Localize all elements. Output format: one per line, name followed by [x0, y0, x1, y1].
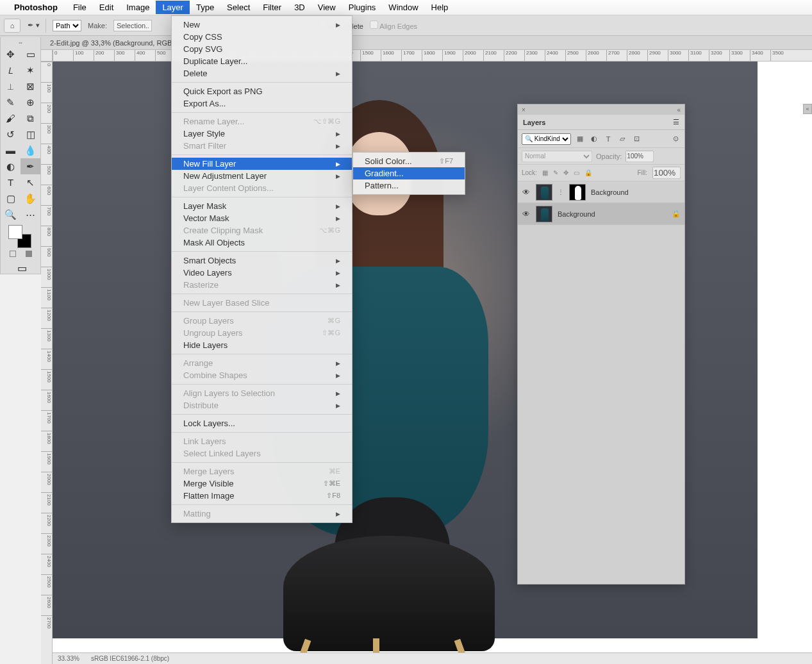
eyedropper-tool[interactable]: ✎: [1, 94, 21, 110]
lock-all-icon[interactable]: 🔒: [584, 169, 592, 176]
fill-input[interactable]: [652, 167, 681, 179]
menu-3d[interactable]: 3D: [288, 1, 311, 14]
menu-layer[interactable]: Layer: [156, 1, 190, 14]
menu-item-copy-css[interactable]: Copy CSS: [172, 31, 352, 43]
layer-thumbnail[interactable]: [536, 206, 552, 222]
visibility-icon[interactable]: 👁: [522, 210, 531, 219]
menu-image[interactable]: Image: [120, 1, 156, 14]
panel-close-icon[interactable]: ×: [522, 106, 526, 113]
menu-item-layer-mask[interactable]: Layer Mask: [172, 200, 352, 212]
ruler-vertical[interactable]: 0100200300400500600700800900100011001200…: [41, 62, 53, 664]
document-canvas[interactable]: [53, 62, 812, 652]
stamp-tool[interactable]: ⧉: [21, 110, 40, 126]
layer-row[interactable]: 👁 Background 🔒: [518, 203, 684, 225]
filter-adjust-icon[interactable]: ◐: [589, 134, 599, 144]
pen-tool[interactable]: ✒: [21, 158, 40, 174]
menu-item-delete[interactable]: Delete: [172, 67, 352, 79]
foreground-color[interactable]: [8, 225, 22, 239]
frame-tool[interactable]: ⊠: [21, 78, 40, 94]
wand-tool[interactable]: ✶: [21, 62, 40, 78]
selection-button[interactable]: [113, 20, 152, 31]
layer-name[interactable]: Background: [591, 188, 681, 196]
menu-help[interactable]: Help: [425, 1, 455, 14]
hand-tool[interactable]: ✋: [21, 190, 40, 206]
filter-toggle-icon[interactable]: ⊙: [670, 134, 681, 144]
filter-type-icon[interactable]: T: [603, 134, 613, 144]
gradient-tool[interactable]: ▬: [1, 142, 21, 158]
panel-collapse-icon[interactable]: «: [677, 106, 681, 113]
opacity-input[interactable]: [626, 151, 654, 162]
lock-artboard-icon[interactable]: ▭: [574, 169, 579, 176]
dodge-tool[interactable]: ◐: [1, 158, 21, 174]
menu-select[interactable]: Select: [220, 1, 256, 14]
menu-view[interactable]: View: [311, 1, 342, 14]
menu-item-duplicate-layer[interactable]: Duplicate Layer...: [172, 55, 352, 67]
mask-link-icon[interactable]: ⋮: [558, 188, 564, 195]
filter-kind-select[interactable]: 🔍 KindKind: [522, 133, 571, 145]
crop-tool[interactable]: ⟂: [1, 78, 21, 94]
menu-item-copy-svg[interactable]: Copy SVG: [172, 43, 352, 55]
menu-item-merge-visible[interactable]: Merge Visible⇧⌘E: [172, 477, 352, 490]
menu-type[interactable]: Type: [190, 1, 220, 14]
menu-item-hide-layers[interactable]: Hide Layers: [172, 339, 352, 351]
filter-smart-icon[interactable]: ⊡: [631, 134, 642, 144]
menu-item-layer-style[interactable]: Layer Style: [172, 128, 352, 140]
menu-item-smart-objects[interactable]: Smart Objects: [172, 254, 352, 267]
menu-item-gradient[interactable]: Gradient...: [353, 167, 465, 179]
blur-tool[interactable]: 💧: [21, 142, 40, 158]
mode-select[interactable]: Path: [53, 20, 81, 31]
mask-thumbnail[interactable]: [569, 184, 586, 201]
menu-item-new-fill-layer[interactable]: New Fill Layer: [172, 158, 352, 170]
layer-row[interactable]: 👁 ⋮ Background: [518, 181, 684, 203]
home-button[interactable]: ⌂: [4, 19, 21, 33]
right-dock-expand-icon[interactable]: «: [803, 104, 812, 114]
move-tool[interactable]: ✥: [1, 46, 21, 62]
lock-paint-icon[interactable]: ✎: [553, 169, 558, 176]
menu-item-new[interactable]: New: [172, 19, 352, 31]
shape-tool[interactable]: ▢: [1, 190, 21, 206]
lock-position-icon[interactable]: ✥: [563, 169, 568, 176]
eraser-tool[interactable]: ◫: [21, 126, 40, 142]
current-tool-icon[interactable]: ✒ ▾: [27, 19, 46, 33]
panel-grip[interactable]: ••: [1, 40, 40, 46]
layer-name[interactable]: Background: [558, 210, 667, 218]
menu-item-solid-color[interactable]: Solid Color...⇧F7: [353, 155, 465, 167]
panel-menu-icon[interactable]: ☰: [673, 118, 679, 126]
menu-item-flatten-image[interactable]: Flatten Image⇧F8: [172, 490, 352, 502]
zoom-level[interactable]: 33.33%: [58, 655, 79, 662]
menu-item-video-layers[interactable]: Video Layers: [172, 267, 352, 279]
menu-item-lock-layers[interactable]: Lock Layers...: [172, 417, 352, 429]
align-edges[interactable]: Align Edges: [370, 21, 417, 30]
menu-item-pattern[interactable]: Pattern...: [353, 179, 465, 192]
marquee-tool[interactable]: ▭: [21, 46, 40, 62]
menu-window[interactable]: Window: [382, 1, 424, 14]
lasso-tool[interactable]: 𝘓: [1, 62, 21, 78]
menu-item-quick-export-as-png[interactable]: Quick Export as PNG: [172, 85, 352, 97]
blend-mode-select[interactable]: Normal: [522, 151, 592, 162]
visibility-icon[interactable]: 👁: [522, 188, 531, 197]
menu-plugins[interactable]: Plugins: [342, 1, 383, 14]
menu-item-new-adjustment-layer[interactable]: New Adjustment Layer: [172, 170, 352, 182]
menu-item-mask-all-objects[interactable]: Mask All Objects: [172, 237, 352, 249]
menu-edit[interactable]: Edit: [93, 1, 120, 14]
filter-shape-icon[interactable]: ▱: [617, 134, 627, 144]
ruler-horizontal[interactable]: 0100200300400500600700800900100011001200…: [53, 50, 812, 62]
menu-filter[interactable]: Filter: [256, 1, 288, 14]
history-brush-tool[interactable]: ↺: [1, 126, 21, 142]
color-swatches[interactable]: [1, 222, 40, 248]
menu-file[interactable]: File: [67, 1, 93, 14]
brush-tool[interactable]: 🖌: [1, 110, 21, 126]
quickmask-icon[interactable]: [26, 251, 32, 257]
healing-tool[interactable]: ⊕: [21, 94, 40, 110]
path-select-tool[interactable]: ↖: [21, 174, 40, 190]
filter-pixel-icon[interactable]: ▦: [575, 134, 585, 144]
menu-item-export-as[interactable]: Export As...: [172, 97, 352, 110]
menu-item-vector-mask[interactable]: Vector Mask: [172, 212, 352, 224]
layer-thumbnail[interactable]: [536, 184, 552, 201]
type-tool[interactable]: T: [1, 174, 21, 190]
zoom-tool[interactable]: 🔍: [1, 206, 21, 222]
lock-pixels-icon[interactable]: ▦: [542, 169, 548, 176]
standard-mode-icon[interactable]: [10, 251, 16, 257]
ruler-origin[interactable]: [41, 50, 53, 62]
layers-tab[interactable]: Layers: [523, 119, 545, 126]
